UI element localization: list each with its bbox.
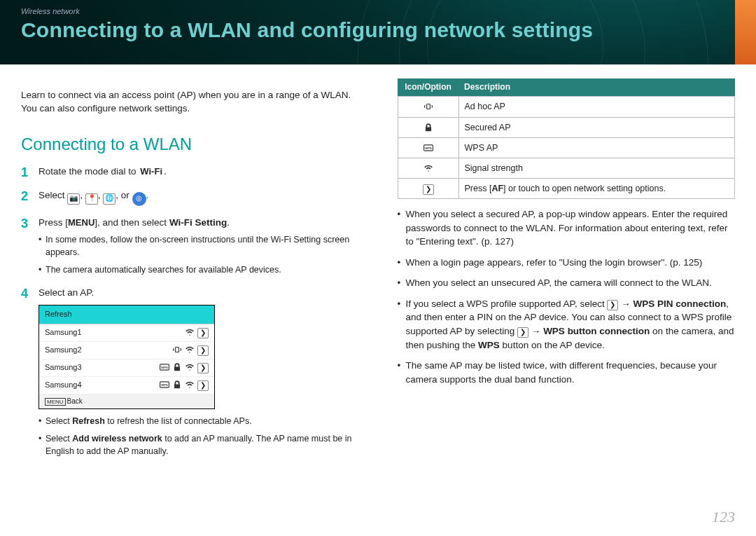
signal-icon (185, 380, 195, 391)
mode-icon-1: 📷 (67, 193, 80, 205)
step-1: Rotate the mode dial to Wi-Fi. (21, 165, 359, 179)
wps-icon: WPS (160, 380, 169, 391)
table-row: WPS WPS AP (398, 137, 735, 158)
svg-rect-0 (176, 348, 179, 352)
lock-icon (398, 117, 458, 137)
ap-list-footer: MENUBack (39, 394, 214, 409)
table-row: Ad hoc AP (398, 97, 735, 117)
mode-icon-2: 📍 (85, 193, 98, 205)
right-notes-list: When you select a secured AP, a pop-up w… (398, 207, 736, 386)
table-row: Secured AP (398, 117, 735, 137)
table-header-icon: Icon/Option (398, 78, 458, 97)
mode-icon-3: 🌐 (103, 193, 115, 205)
ap-row-3[interactable]: Samsung3 WPS ❯ (39, 359, 214, 377)
ap-row-2[interactable]: Samsung2 ❯ (39, 342, 214, 359)
chevron-right-icon[interactable]: ❯ (197, 328, 209, 338)
signal-icon (398, 158, 458, 178)
breadcrumb: Wireless network (21, 7, 735, 15)
note-5: The same AP may be listed twice, with di… (398, 359, 736, 386)
note-3: When you select an unsecured AP, the cam… (398, 276, 736, 290)
steps-list: Rotate the mode dial to Wi-Fi. Select 📷,… (21, 165, 359, 457)
chevron-right-icon[interactable]: ❯ (197, 363, 209, 373)
note-1: When you select a secured AP, a pop-up w… (398, 207, 736, 249)
svg-text:WPS: WPS (425, 146, 432, 149)
chevron-right-icon: ❯ (398, 178, 458, 198)
wps-icon: WPS (160, 362, 169, 373)
chevron-right-icon: ❯ (517, 327, 528, 338)
adhoc-icon (398, 97, 458, 117)
ap-row-4[interactable]: Samsung4 WPS ❯ (39, 377, 214, 394)
note-4: If you select a WPS profile supported AP… (398, 297, 736, 352)
table-row: Signal strength (398, 158, 735, 178)
lock-icon (172, 380, 182, 391)
mode-icon-4: ◎ (132, 192, 146, 206)
wifi-mode-icon: Wi-Fi (139, 165, 164, 179)
lock-icon (172, 362, 182, 373)
step-2: Select 📷, 📍, 🌐, or ◎. (21, 188, 359, 205)
wps-icon: WPS (398, 137, 458, 158)
ap-row-1[interactable]: Samsung1 ❯ (39, 324, 214, 342)
step-4: Select an AP. Refresh Samsung1 ❯ Samsung… (21, 286, 359, 458)
table-header-desc: Description (458, 78, 735, 97)
orange-side-tab (735, 0, 756, 64)
section-heading: Connecting to a WLAN (21, 132, 359, 157)
svg-text:WPS: WPS (161, 383, 168, 387)
signal-icon (185, 345, 195, 356)
step4-sub1: Select Refresh to refresh the list of co… (38, 415, 359, 427)
intro-text: Learn to connect via an access point (AP… (21, 88, 359, 116)
step4-sub2: Select Add wireless network to add an AP… (38, 432, 359, 458)
step3-sub1: In some modes, follow the on-screen inst… (38, 233, 359, 259)
page-header: Wireless network Connecting to a WLAN an… (0, 0, 756, 64)
svg-text:WPS: WPS (161, 366, 168, 369)
page-title: Connecting to a WLAN and configuring net… (21, 18, 735, 42)
adhoc-icon (172, 345, 182, 356)
ap-list-refresh[interactable]: Refresh (39, 305, 214, 324)
table-row: ❯ Press [AF] or touch to open network se… (398, 178, 735, 198)
chevron-right-icon[interactable]: ❯ (197, 345, 209, 356)
step3-sub2: The camera automatically searches for av… (38, 263, 359, 276)
step-3: Press [MENU], and then select Wi-Fi Sett… (21, 216, 359, 276)
icon-description-table: Icon/Option Description Ad hoc AP Secure… (398, 78, 736, 199)
chevron-right-icon: ❯ (607, 300, 618, 310)
svg-rect-5 (426, 104, 430, 109)
menu-key-icon: MENU (68, 217, 94, 230)
chevron-right-icon[interactable]: ❯ (197, 380, 209, 391)
signal-icon (185, 362, 195, 373)
note-2: When a login page appears, refer to "Usi… (398, 256, 736, 270)
signal-icon (185, 327, 195, 338)
ap-list-panel: Refresh Samsung1 ❯ Samsung2 ❯ Samsung3 (38, 305, 215, 409)
page-number: 123 (712, 508, 735, 526)
